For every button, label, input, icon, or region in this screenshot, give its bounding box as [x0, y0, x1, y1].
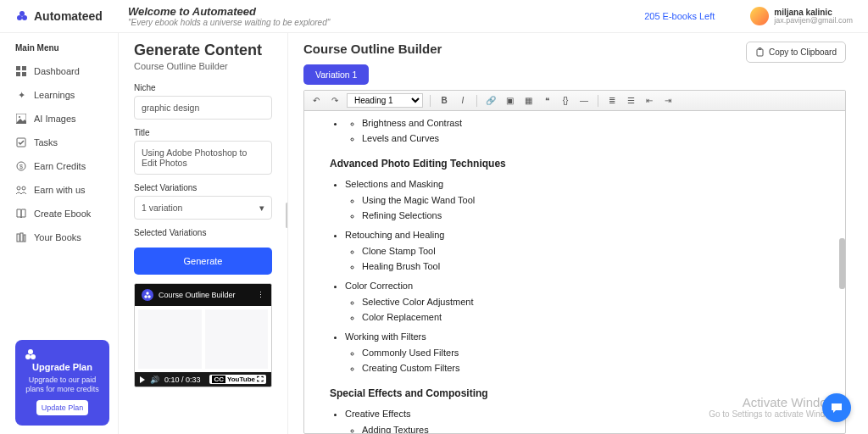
- numbered-list-icon[interactable]: ☰: [624, 96, 637, 105]
- niche-input[interactable]: graphic design: [134, 96, 272, 120]
- svg-point-20: [142, 289, 153, 301]
- sidebar-item-tasks[interactable]: Tasks: [15, 131, 109, 154]
- avatar: [750, 7, 769, 25]
- italic-icon[interactable]: I: [456, 96, 470, 105]
- image-icon: [15, 113, 27, 125]
- hr-icon[interactable]: —: [577, 96, 591, 105]
- list-item: Brightness and Contrast: [362, 116, 820, 131]
- variations-select[interactable]: 1 variation ▾: [134, 196, 272, 220]
- svg-text:$: $: [19, 164, 23, 170]
- generate-panel: Generate Content Course Outline Builder …: [119, 33, 288, 434]
- tab-row: Variation 1: [303, 64, 442, 85]
- scrollbar-thumb[interactable]: [839, 238, 845, 289]
- list-item: Clone Stamp Tool: [362, 244, 820, 259]
- topbar: Automateed Welcome to Automateed "Every …: [0, 0, 868, 33]
- svg-rect-3: [16, 66, 20, 70]
- brand[interactable]: Automateed: [15, 9, 103, 23]
- welcome-block: Welcome to Automateed "Every ebook holds…: [128, 5, 619, 27]
- chat-icon: [830, 401, 843, 415]
- books-icon: [15, 231, 27, 243]
- svg-point-23: [146, 292, 148, 294]
- title-label: Title: [134, 128, 272, 137]
- upgrade-card: Upgrade Plan Upgrade to our paid plans f…: [15, 340, 109, 426]
- list-item: Selections and Masking Using the Magic W…: [345, 177, 820, 223]
- list-item: Commonly Used Filters: [362, 346, 820, 360]
- variations-value: 1 variation: [142, 203, 182, 213]
- list-item: Using the Magic Wand Tool: [362, 193, 820, 208]
- tab-variation-1[interactable]: Variation 1: [303, 64, 369, 85]
- update-plan-button[interactable]: Update Plan: [36, 400, 89, 415]
- user-name: miljana kalinic: [774, 8, 853, 17]
- volume-icon[interactable]: 🔊: [150, 376, 159, 384]
- selected-variations-label: Selected Variations: [134, 228, 272, 237]
- code-icon[interactable]: {}: [559, 96, 572, 105]
- upgrade-desc: Upgrade to our paid plans for more credi…: [24, 376, 101, 395]
- youtube-badge[interactable]: CC YouTube ⛶: [209, 375, 266, 384]
- sidebar-item-earn-with-us[interactable]: Earn with us: [15, 178, 109, 202]
- copy-to-clipboard-button[interactable]: Copy to Clipboard: [746, 42, 846, 63]
- video-logo-icon: [142, 289, 153, 301]
- image-insert-icon[interactable]: ▣: [503, 96, 516, 105]
- table-icon[interactable]: ▦: [521, 96, 535, 105]
- quote-icon[interactable]: ❝: [540, 96, 554, 105]
- redo-icon[interactable]: ↷: [328, 96, 342, 105]
- title-input[interactable]: Using Adobe Photoshop to Edit Photos: [134, 141, 272, 175]
- list-item: Refining Selections: [362, 209, 820, 223]
- check-icon: [15, 136, 27, 148]
- sidebar-item-label: Earn Credits: [34, 161, 86, 171]
- svg-rect-14: [17, 234, 19, 242]
- more-icon[interactable]: ⋮: [257, 291, 264, 299]
- sidebar-item-create-ebook[interactable]: Create Ebook: [15, 202, 109, 225]
- copy-label: Copy to Clipboard: [769, 47, 837, 57]
- user-menu[interactable]: miljana kalinic jax.pavijen@gmail.com: [750, 7, 853, 25]
- video-time: 0:10 / 0:33: [164, 376, 201, 384]
- sidebar-item-label: Create Ebook: [34, 209, 91, 219]
- ebooks-remaining[interactable]: 205 E-books Left: [644, 11, 715, 21]
- page-title: Generate Content: [134, 42, 272, 59]
- section-heading: Advanced Photo Editing Techniques: [330, 156, 820, 172]
- outdent-icon[interactable]: ⇤: [643, 96, 656, 105]
- sidebar-item-label: Your Books: [34, 232, 81, 242]
- video-controls[interactable]: 🔊 0:10 / 0:33 CC YouTube ⛶: [135, 372, 271, 387]
- list-item: Selective Color Adjustment: [362, 295, 820, 309]
- play-icon[interactable]: [140, 376, 145, 383]
- panel-resize-handle[interactable]: [286, 203, 288, 228]
- sidebar-item-your-books[interactable]: Your Books: [15, 225, 109, 249]
- user-email: jax.pavijen@gmail.com: [774, 17, 853, 25]
- sidebar-item-learnings[interactable]: ✦ Learnings: [15, 83, 109, 107]
- list-item: Adding Textures: [362, 423, 820, 433]
- bullet-list-icon[interactable]: ≣: [605, 96, 619, 105]
- sparkle-icon: ✦: [15, 89, 27, 101]
- content-title: Course Outline Builder: [303, 42, 442, 56]
- rich-text-editor: ↶ ↷ Heading 1 B I 🔗 ▣ ▦ ❝ {} — ≣ ☰ ⇤: [303, 90, 846, 434]
- list-item: Color Replacement: [362, 310, 820, 325]
- undo-icon[interactable]: ↶: [309, 96, 323, 105]
- list-item: Working with Filters Commonly Used Filte…: [345, 330, 820, 376]
- svg-point-18: [31, 354, 36, 359]
- video-preview: [135, 306, 271, 372]
- link-icon[interactable]: 🔗: [484, 96, 498, 105]
- heading-select[interactable]: Heading 1: [347, 93, 423, 108]
- generate-button[interactable]: Generate: [134, 248, 272, 275]
- tutorial-video[interactable]: Course Outline Builder ⋮ 🔊 0:10 / 0:33 C…: [134, 283, 272, 387]
- sidebar-item-ai-images[interactable]: AI Images: [15, 107, 109, 131]
- variations-label: Select Variations: [134, 183, 272, 192]
- svg-point-1: [22, 15, 27, 20]
- list-item: Levels and Curves: [362, 131, 820, 146]
- chevron-down-icon: ▾: [259, 203, 264, 213]
- editor-content[interactable]: Brightness and Contrast Levels and Curve…: [304, 111, 845, 433]
- dollar-icon: $: [15, 160, 27, 172]
- svg-point-13: [22, 186, 25, 190]
- indent-icon[interactable]: ⇥: [661, 96, 675, 105]
- sidebar-item-dashboard[interactable]: Dashboard: [15, 59, 109, 83]
- bold-icon[interactable]: B: [437, 96, 451, 105]
- brand-logo-icon: [15, 9, 29, 23]
- svg-point-12: [17, 186, 20, 190]
- svg-point-22: [147, 295, 150, 298]
- list-item: Creating Custom Filters: [362, 361, 820, 376]
- page-subtitle: Course Outline Builder: [134, 61, 272, 71]
- menu-label: Main Menu: [15, 43, 109, 53]
- sidebar-item-earn-credits[interactable]: $ Earn Credits: [15, 154, 109, 178]
- help-fab[interactable]: [822, 393, 851, 422]
- section-heading: Special Effects and Compositing: [330, 386, 820, 402]
